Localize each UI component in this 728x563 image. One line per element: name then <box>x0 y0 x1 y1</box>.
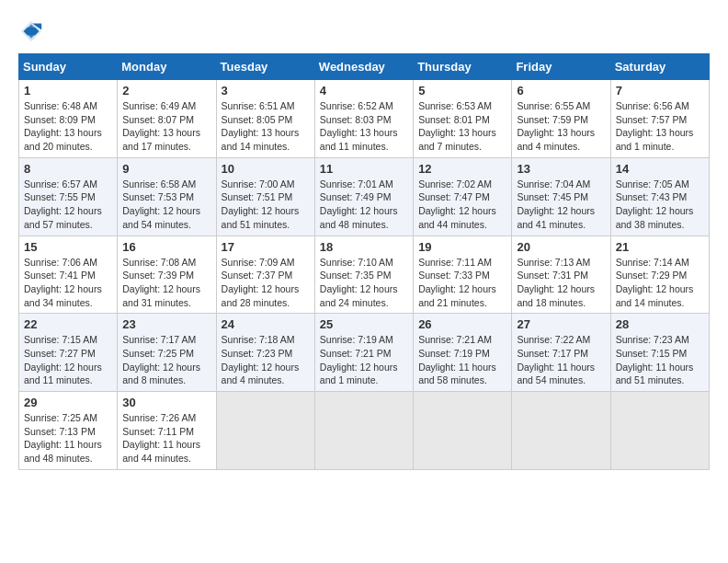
day-info: Sunrise: 7:18 AMSunset: 7:23 PMDaylight:… <box>222 333 310 387</box>
day-number: 25 <box>320 317 408 331</box>
day-info: Sunrise: 6:49 AMSunset: 8:07 PMDaylight:… <box>122 99 210 154</box>
calendar-cell: 3Sunrise: 6:51 AMSunset: 8:05 PMDaylight… <box>216 80 314 158</box>
calendar-cell: 12Sunrise: 7:02 AMSunset: 7:47 PMDayligh… <box>414 157 512 236</box>
calendar-cell: 4Sunrise: 6:52 AMSunset: 8:03 PMDaylight… <box>314 80 413 158</box>
day-number: 7 <box>616 84 704 98</box>
day-number: 11 <box>320 162 408 176</box>
day-info: Sunrise: 7:25 AMSunset: 7:13 PMDaylight:… <box>24 411 112 465</box>
calendar-cell <box>216 392 314 470</box>
day-number: 19 <box>418 240 506 254</box>
day-number: 29 <box>24 396 112 409</box>
calendar-header-sunday: Sunday <box>19 54 118 80</box>
day-number: 17 <box>222 240 310 254</box>
day-info: Sunrise: 7:19 AMSunset: 7:21 PMDaylight:… <box>320 333 408 387</box>
day-info: Sunrise: 6:51 AMSunset: 8:05 PMDaylight:… <box>222 99 310 154</box>
calendar-header-wednesday: Wednesday <box>314 54 413 80</box>
day-number: 22 <box>24 317 112 331</box>
day-number: 12 <box>418 162 506 176</box>
calendar-week-row: 1Sunrise: 6:48 AMSunset: 8:09 PMDaylight… <box>19 80 710 158</box>
day-number: 26 <box>418 317 506 331</box>
day-number: 10 <box>222 162 310 176</box>
day-number: 27 <box>517 317 605 331</box>
calendar-header-monday: Monday <box>118 54 216 80</box>
day-number: 13 <box>517 162 605 176</box>
calendar-header-row: SundayMondayTuesdayWednesdayThursdayFrid… <box>19 54 710 80</box>
logo <box>18 18 48 44</box>
calendar-cell: 15Sunrise: 7:06 AMSunset: 7:41 PMDayligh… <box>19 236 118 314</box>
calendar-cell: 29Sunrise: 7:25 AMSunset: 7:13 PMDayligh… <box>19 392 118 470</box>
calendar-header-thursday: Thursday <box>414 54 512 80</box>
day-number: 15 <box>24 240 112 254</box>
calendar-week-row: 8Sunrise: 6:57 AMSunset: 7:55 PMDaylight… <box>19 157 710 236</box>
calendar-cell: 26Sunrise: 7:21 AMSunset: 7:19 PMDayligh… <box>414 314 512 392</box>
calendar-cell: 10Sunrise: 7:00 AMSunset: 7:51 PMDayligh… <box>216 157 314 236</box>
calendar-cell: 7Sunrise: 6:56 AMSunset: 7:57 PMDaylight… <box>610 80 709 158</box>
day-number: 4 <box>320 84 408 98</box>
day-number: 14 <box>616 162 704 176</box>
day-info: Sunrise: 6:56 AMSunset: 7:57 PMDaylight:… <box>616 99 704 154</box>
day-info: Sunrise: 7:17 AMSunset: 7:25 PMDaylight:… <box>122 333 210 387</box>
day-info: Sunrise: 6:53 AMSunset: 8:01 PMDaylight:… <box>418 99 506 154</box>
day-info: Sunrise: 7:21 AMSunset: 7:19 PMDaylight:… <box>418 333 506 387</box>
logo-icon <box>18 18 44 44</box>
day-info: Sunrise: 7:02 AMSunset: 7:47 PMDaylight:… <box>418 178 506 232</box>
calendar-cell: 24Sunrise: 7:18 AMSunset: 7:23 PMDayligh… <box>216 314 314 392</box>
day-number: 2 <box>122 84 210 98</box>
day-info: Sunrise: 7:15 AMSunset: 7:27 PMDaylight:… <box>24 333 112 387</box>
day-info: Sunrise: 7:04 AMSunset: 7:45 PMDaylight:… <box>517 178 605 232</box>
calendar-cell: 17Sunrise: 7:09 AMSunset: 7:37 PMDayligh… <box>216 236 314 314</box>
day-number: 21 <box>616 240 704 254</box>
day-info: Sunrise: 7:05 AMSunset: 7:43 PMDaylight:… <box>616 178 704 232</box>
calendar-cell: 13Sunrise: 7:04 AMSunset: 7:45 PMDayligh… <box>512 157 610 236</box>
calendar-week-row: 29Sunrise: 7:25 AMSunset: 7:13 PMDayligh… <box>19 392 710 470</box>
calendar-cell: 16Sunrise: 7:08 AMSunset: 7:39 PMDayligh… <box>118 236 216 314</box>
calendar-cell <box>314 392 413 470</box>
day-number: 16 <box>122 240 210 254</box>
day-number: 6 <box>517 84 605 98</box>
day-info: Sunrise: 7:13 AMSunset: 7:31 PMDaylight:… <box>517 256 605 310</box>
calendar-cell: 18Sunrise: 7:10 AMSunset: 7:35 PMDayligh… <box>314 236 413 314</box>
calendar-cell: 27Sunrise: 7:22 AMSunset: 7:17 PMDayligh… <box>512 314 610 392</box>
page-header <box>18 18 710 44</box>
calendar-cell <box>610 392 709 470</box>
day-info: Sunrise: 7:14 AMSunset: 7:29 PMDaylight:… <box>616 256 704 310</box>
day-info: Sunrise: 7:00 AMSunset: 7:51 PMDaylight:… <box>222 178 310 232</box>
calendar-cell: 25Sunrise: 7:19 AMSunset: 7:21 PMDayligh… <box>314 314 413 392</box>
day-number: 18 <box>320 240 408 254</box>
day-number: 8 <box>24 162 112 176</box>
day-number: 9 <box>122 162 210 176</box>
day-info: Sunrise: 7:26 AMSunset: 7:11 PMDaylight:… <box>122 411 210 465</box>
calendar-cell <box>414 392 512 470</box>
calendar-cell: 23Sunrise: 7:17 AMSunset: 7:25 PMDayligh… <box>118 314 216 392</box>
day-number: 24 <box>222 317 310 331</box>
day-number: 23 <box>122 317 210 331</box>
calendar-cell: 9Sunrise: 6:58 AMSunset: 7:53 PMDaylight… <box>118 157 216 236</box>
day-info: Sunrise: 7:08 AMSunset: 7:39 PMDaylight:… <box>122 256 210 310</box>
day-info: Sunrise: 7:10 AMSunset: 7:35 PMDaylight:… <box>320 256 408 310</box>
calendar-cell: 1Sunrise: 6:48 AMSunset: 8:09 PMDaylight… <box>19 80 118 158</box>
day-info: Sunrise: 7:23 AMSunset: 7:15 PMDaylight:… <box>616 333 704 387</box>
day-info: Sunrise: 7:01 AMSunset: 7:49 PMDaylight:… <box>320 178 408 232</box>
day-number: 28 <box>616 317 704 331</box>
day-info: Sunrise: 7:06 AMSunset: 7:41 PMDaylight:… <box>24 256 112 310</box>
calendar-header-tuesday: Tuesday <box>216 54 314 80</box>
day-info: Sunrise: 6:52 AMSunset: 8:03 PMDaylight:… <box>320 99 408 154</box>
day-info: Sunrise: 6:48 AMSunset: 8:09 PMDaylight:… <box>24 99 112 154</box>
calendar-cell: 28Sunrise: 7:23 AMSunset: 7:15 PMDayligh… <box>610 314 709 392</box>
day-number: 5 <box>418 84 506 98</box>
calendar-header-saturday: Saturday <box>610 54 709 80</box>
day-number: 20 <box>517 240 605 254</box>
calendar-cell: 20Sunrise: 7:13 AMSunset: 7:31 PMDayligh… <box>512 236 610 314</box>
calendar-cell <box>512 392 610 470</box>
calendar-cell: 21Sunrise: 7:14 AMSunset: 7:29 PMDayligh… <box>610 236 709 314</box>
calendar-week-row: 22Sunrise: 7:15 AMSunset: 7:27 PMDayligh… <box>19 314 710 392</box>
calendar-cell: 14Sunrise: 7:05 AMSunset: 7:43 PMDayligh… <box>610 157 709 236</box>
day-info: Sunrise: 7:22 AMSunset: 7:17 PMDaylight:… <box>517 333 605 387</box>
calendar-cell: 2Sunrise: 6:49 AMSunset: 8:07 PMDaylight… <box>118 80 216 158</box>
calendar-cell: 6Sunrise: 6:55 AMSunset: 7:59 PMDaylight… <box>512 80 610 158</box>
day-info: Sunrise: 6:57 AMSunset: 7:55 PMDaylight:… <box>24 178 112 232</box>
calendar-week-row: 15Sunrise: 7:06 AMSunset: 7:41 PMDayligh… <box>19 236 710 314</box>
day-info: Sunrise: 7:11 AMSunset: 7:33 PMDaylight:… <box>418 256 506 310</box>
day-number: 30 <box>122 396 210 409</box>
calendar-cell: 30Sunrise: 7:26 AMSunset: 7:11 PMDayligh… <box>118 392 216 470</box>
